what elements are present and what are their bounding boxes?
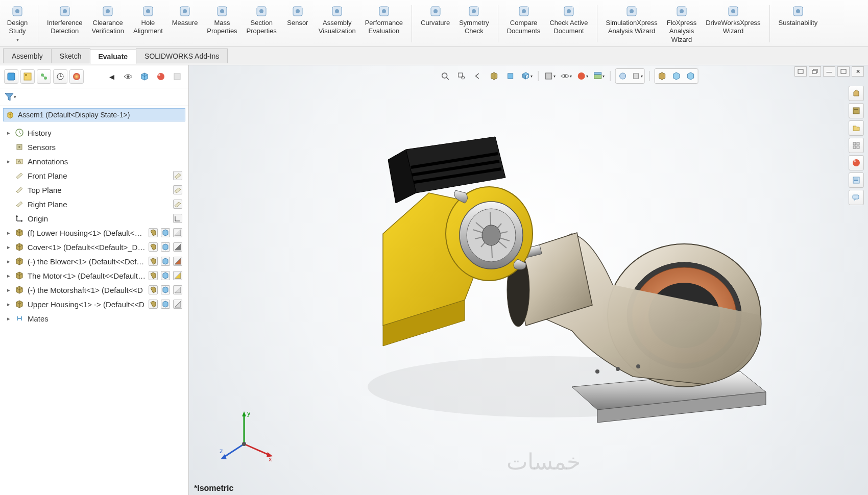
view-orientation-icon[interactable]: ▾: [520, 69, 534, 83]
display-pane-wedge-icon[interactable]: [173, 228, 182, 237]
zoom-area-icon[interactable]: [455, 69, 468, 83]
display-pane-part-icon[interactable]: [149, 300, 158, 309]
display-pane-appearance-icon[interactable]: [154, 69, 168, 84]
ribbon-section-properties-button[interactable]: Section Properties: [243, 3, 280, 37]
apply-scene-icon[interactable]: ▾: [592, 69, 606, 83]
ribbon-mass-properties-button[interactable]: Mass Properties: [203, 3, 240, 37]
display-pane-cube-icon[interactable]: [161, 242, 170, 252]
display-pane-cube-icon[interactable]: [161, 285, 170, 294]
display-pane-part-icon[interactable]: [149, 242, 158, 252]
tp-forum-icon[interactable]: [849, 190, 864, 205]
doc-close-button[interactable]: ✕: [852, 66, 864, 77]
tree-node[interactable]: Sensors: [5, 140, 186, 154]
view-setting-icon[interactable]: [616, 69, 630, 83]
expand-caret-icon[interactable]: ▸: [6, 273, 11, 279]
ribbon-sustainability-button[interactable]: Sustainability: [775, 3, 822, 29]
cube2-icon[interactable]: [670, 69, 683, 83]
display-pane-part-icon[interactable]: [149, 271, 158, 280]
ribbon-check-active-document-button[interactable]: Check Active Document: [546, 3, 591, 37]
ribbon-compare-documents-button[interactable]: Compare Documents: [503, 3, 544, 37]
configuration-manager-tab[interactable]: [37, 69, 51, 84]
display-style-icon[interactable]: ▾: [543, 69, 557, 83]
panel-nav-back[interactable]: ◀: [105, 69, 119, 84]
previous-view-icon[interactable]: [471, 69, 485, 83]
doc-maximize2-button[interactable]: [837, 66, 850, 77]
ribbon-symmetry-check-button[interactable]: Symmetry Check: [455, 3, 493, 37]
tree-node[interactable]: Origin: [5, 211, 186, 226]
doc-minimize-button[interactable]: [794, 66, 807, 77]
tree-node[interactable]: ▸AAnnotations: [5, 154, 186, 168]
doc-restore-button[interactable]: [809, 66, 821, 77]
graphics-viewport[interactable]: ▾ ▾ ▾ ▾ ▾ ▾ — ✕: [189, 65, 868, 495]
tree-root-item[interactable]: Assem1 (Default<Display State-1>): [3, 108, 185, 121]
display-pane-wedge-icon[interactable]: [173, 257, 182, 266]
hide-show-items-icon[interactable]: ▾: [560, 69, 573, 83]
expand-caret-icon[interactable]: ▸: [6, 244, 11, 251]
filter-icon[interactable]: ▾: [4, 91, 16, 103]
expand-caret-icon[interactable]: ▸: [6, 301, 11, 308]
tree-node[interactable]: Front Plane: [5, 168, 186, 183]
display-pane-wedge-icon[interactable]: [173, 242, 182, 252]
display-manager-tab[interactable]: [69, 69, 84, 84]
display-pane-cube-icon[interactable]: [161, 271, 170, 280]
display-pane-part-icon[interactable]: [149, 228, 158, 237]
tab-sketch[interactable]: Sketch: [51, 48, 90, 63]
display-pane-cube-icon[interactable]: [161, 300, 170, 309]
hide-show-icon[interactable]: [121, 69, 135, 84]
cube1-icon[interactable]: [656, 69, 669, 83]
tree-node[interactable]: ▸The Motor<1> (Default<<Default>_: [5, 268, 186, 283]
tree-node[interactable]: ▸(-) the Blower<1> (Default<<Defaul: [5, 254, 186, 268]
edit-appearance-icon[interactable]: ▾: [576, 69, 589, 83]
tp-view-palette-icon[interactable]: [849, 138, 864, 153]
display-pane-wedge-icon[interactable]: [173, 300, 182, 309]
display-pane-transparency-icon[interactable]: [170, 69, 184, 84]
display-pane-part-icon[interactable]: [149, 257, 158, 266]
display-pane-cube-icon[interactable]: [137, 69, 152, 84]
tree-node[interactable]: ▸Mates: [5, 311, 186, 326]
ribbon-interference-detection-button[interactable]: Interference Detection: [43, 3, 86, 37]
display-pane-cube-icon[interactable]: [161, 257, 170, 266]
ribbon-performance-evaluation-button[interactable]: Performance Evaluation: [361, 3, 406, 37]
zoom-fit-icon[interactable]: [439, 69, 452, 83]
display-pane-cube-icon[interactable]: [161, 228, 170, 237]
expand-caret-icon[interactable]: ▸: [6, 130, 11, 136]
tab-assembly[interactable]: Assembly: [3, 48, 52, 63]
ribbon-assembly-visualization-button[interactable]: Assembly Visualization: [315, 3, 359, 37]
tp-design-library-icon[interactable]: [849, 103, 864, 118]
ribbon-hole-alignment-button[interactable]: Hole Alignment: [130, 3, 166, 37]
display-pane-wedge-icon[interactable]: [173, 285, 182, 294]
display-pane-wedge-icon[interactable]: [173, 271, 182, 280]
tree-node[interactable]: ▸(f) Lower Housing<1> (Default<<De: [5, 226, 186, 240]
tab-solidworks-add-ins[interactable]: SOLIDWORKS Add-Ins: [136, 48, 228, 63]
expand-caret-icon[interactable]: ▸: [6, 287, 11, 293]
tree-node[interactable]: Right Plane: [5, 197, 186, 211]
tree-node[interactable]: ▸Upper Housing<1> -> (Default<<D: [5, 297, 186, 311]
tp-file-explorer-icon[interactable]: [849, 120, 864, 136]
ribbon-clearance-verification-button[interactable]: Clearance Verification: [88, 3, 128, 37]
feature-manager-tab[interactable]: [4, 69, 18, 84]
expand-caret-icon[interactable]: ▸: [6, 315, 11, 322]
tp-custom-properties-icon[interactable]: [849, 172, 864, 188]
tree-node[interactable]: ▸History: [5, 126, 186, 140]
tp-appearances-icon[interactable]: [849, 155, 864, 170]
tree-node[interactable]: Top Plane: [5, 183, 186, 197]
dynamic-annotation-icon[interactable]: [504, 69, 517, 83]
section-view-icon[interactable]: [488, 69, 501, 83]
tab-evaluate[interactable]: Evaluate: [90, 49, 137, 64]
ribbon-sensor-button[interactable]: Sensor: [282, 3, 313, 29]
ribbon-measure-button[interactable]: Measure: [168, 3, 202, 29]
tree-node[interactable]: ▸(-) the Motorshaft<1> (Default<<D: [5, 283, 186, 297]
tp-resources-icon[interactable]: [849, 86, 864, 101]
ribbon-curvature-button[interactable]: Curvature: [417, 3, 453, 29]
expand-caret-icon[interactable]: ▸: [6, 158, 11, 165]
ribbon-design-study-button[interactable]: Design Study▾: [2, 3, 33, 44]
ribbon-driveworksxpress-wizard-button[interactable]: DriveWorksXpress Wizard: [702, 3, 764, 37]
render-setting-icon[interactable]: ▾: [631, 69, 644, 83]
display-pane-p-icon[interactable]: [173, 171, 182, 180]
doc-maximize-button[interactable]: —: [823, 66, 835, 77]
display-pane-o-icon[interactable]: [173, 214, 182, 223]
display-pane-p-icon[interactable]: [173, 200, 182, 209]
expand-caret-icon[interactable]: ▸: [6, 258, 11, 265]
ribbon-simulationxpress-analysis-wizard-button[interactable]: SimulationXpress Analysis Wizard: [602, 3, 661, 37]
tree-node[interactable]: ▸Cover<1> (Default<<Default>_Disp: [5, 240, 186, 254]
